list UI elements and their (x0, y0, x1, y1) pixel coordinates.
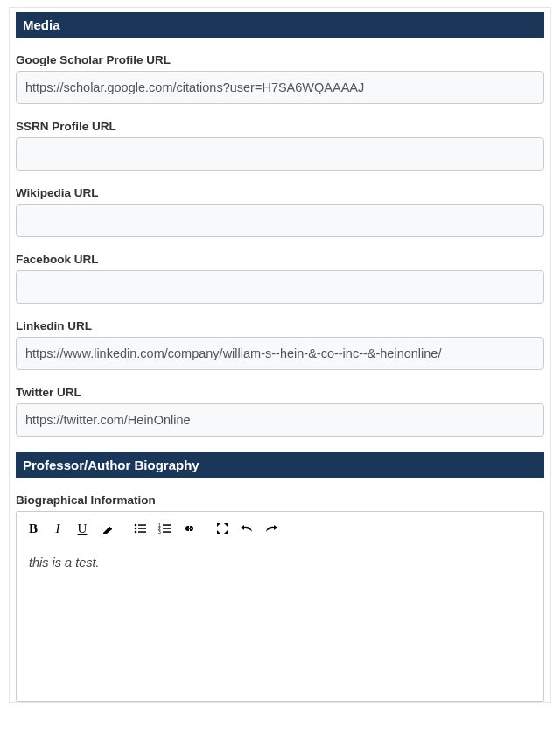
ordered-list-icon[interactable]: 1 2 3 (153, 519, 176, 538)
redo-icon[interactable] (260, 519, 283, 538)
editor-toolbar: B I U 1 2 (17, 512, 543, 543)
underline-button[interactable]: U (71, 519, 94, 538)
svg-rect-3 (138, 528, 146, 529)
label-wikipedia: Wikipedia URL (16, 186, 544, 199)
svg-point-4 (134, 531, 136, 534)
section-header-media: Media (16, 12, 544, 38)
input-google-scholar[interactable] (16, 71, 544, 104)
unordered-list-icon[interactable] (129, 519, 151, 538)
label-biography: Biographical Information (16, 493, 544, 507)
input-wikipedia[interactable] (16, 204, 544, 237)
svg-text:3: 3 (158, 529, 161, 535)
field-twitter: Twitter URL (16, 386, 544, 437)
field-facebook: Facebook URL (16, 253, 544, 304)
undo-icon[interactable] (235, 519, 258, 538)
input-ssrn[interactable] (16, 137, 544, 171)
editor-text: this is a test. (29, 556, 100, 570)
editor-content[interactable]: this is a test. (17, 543, 543, 701)
input-facebook[interactable] (16, 270, 544, 304)
svg-rect-5 (138, 531, 146, 533)
fullscreen-icon[interactable] (211, 519, 234, 538)
field-google-scholar: Google Scholar Profile URL (16, 53, 544, 104)
label-facebook: Facebook URL (16, 253, 544, 266)
svg-point-2 (134, 528, 136, 530)
bold-button[interactable]: B (22, 519, 45, 538)
input-twitter[interactable] (16, 403, 544, 437)
svg-rect-9 (163, 528, 171, 529)
field-ssrn: SSRN Profile URL (16, 120, 544, 171)
label-ssrn: SSRN Profile URL (16, 120, 544, 133)
field-linkedin: Linkedin URL (16, 319, 544, 370)
svg-rect-7 (163, 524, 171, 526)
field-wikipedia: Wikipedia URL (16, 186, 544, 237)
italic-button[interactable]: I (46, 519, 69, 538)
eraser-icon[interactable] (95, 519, 118, 538)
field-biography: Biographical Information B I U (16, 493, 544, 702)
section-header-biography: Professor/Author Biography (16, 452, 544, 478)
input-linkedin[interactable] (16, 337, 544, 370)
svg-rect-1 (138, 524, 146, 526)
label-twitter: Twitter URL (16, 386, 544, 399)
svg-rect-11 (163, 531, 171, 533)
link-icon[interactable] (178, 519, 200, 538)
svg-point-0 (134, 524, 136, 527)
richtext-editor: B I U 1 2 (16, 511, 544, 702)
label-google-scholar: Google Scholar Profile URL (16, 53, 544, 66)
label-linkedin: Linkedin URL (16, 319, 544, 332)
